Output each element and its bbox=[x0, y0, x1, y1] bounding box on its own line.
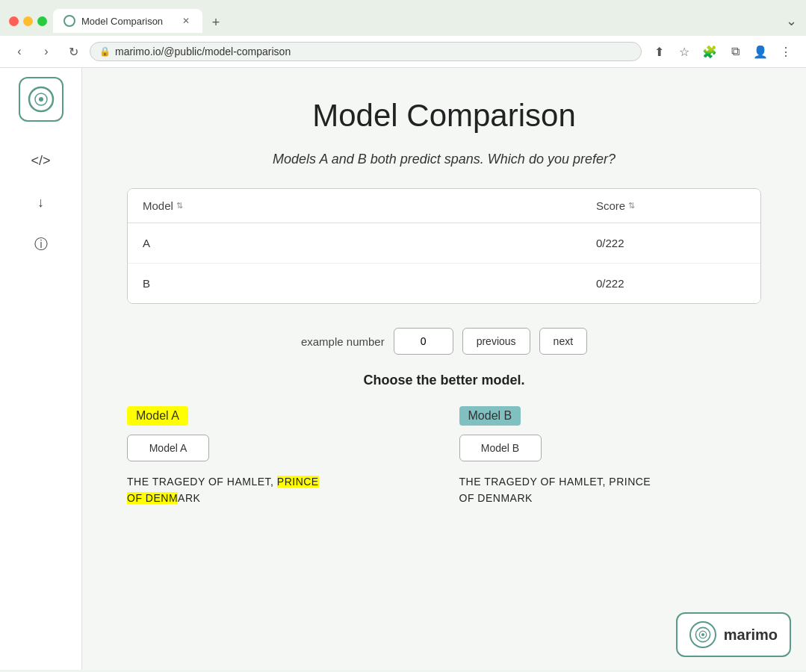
browser-menu-btn[interactable]: ⌄ bbox=[786, 13, 797, 29]
model-b-label: Model B bbox=[459, 406, 521, 426]
score-b-cell: 0/222 bbox=[596, 277, 745, 290]
code-icon: </> bbox=[31, 153, 50, 169]
score-sort-icon: ⇅ bbox=[628, 201, 635, 211]
logo-svg bbox=[26, 84, 56, 114]
marimo-brand: marimo bbox=[724, 626, 778, 644]
models-compare: Model A Model A THE TRAGEDY OF HAMLET, P… bbox=[127, 406, 761, 507]
page-subtitle: Models A and B both predict spans. Which… bbox=[127, 152, 761, 167]
left-sidebar: </> ↓ ⓘ bbox=[0, 68, 82, 670]
url-text: marimo.io/@public/model-comparison bbox=[115, 46, 291, 57]
browser-chrome: Model Comparison ✕ + ⌄ ‹ › ↻ 🔒 marimo.io… bbox=[0, 0, 806, 68]
model-a-text: THE TRAGEDY OF HAMLET, PRINCE OF DENMARK bbox=[127, 473, 430, 507]
page-title: Model Comparison bbox=[127, 98, 761, 134]
new-tab-btn[interactable]: + bbox=[205, 12, 226, 33]
forward-btn[interactable]: › bbox=[36, 41, 57, 62]
next-btn[interactable]: next bbox=[539, 328, 587, 355]
main-layout: </> ↓ ⓘ Model Comparison Models A and B … bbox=[0, 68, 806, 670]
comparison-table: Model ⇅ Score ⇅ A 0/222 B 0/222 bbox=[127, 188, 761, 304]
model-b-text: THE TRAGEDY OF HAMLET, PRINCE OF DENMARK bbox=[459, 473, 762, 507]
score-a-cell: 0/222 bbox=[596, 237, 745, 249]
split-view-btn[interactable]: ⧉ bbox=[724, 40, 746, 63]
vote-model-a-btn[interactable]: Model A bbox=[127, 435, 209, 461]
traffic-lights bbox=[9, 16, 47, 26]
model-b-column: Model B Model B THE TRAGEDY OF HAMLET, P… bbox=[459, 406, 762, 507]
model-column-header[interactable]: Model ⇅ bbox=[143, 199, 596, 212]
browser-more-btn[interactable]: ⋮ bbox=[775, 40, 797, 63]
traffic-light-yellow[interactable] bbox=[23, 16, 33, 26]
svg-point-5 bbox=[701, 633, 704, 636]
code-icon-btn[interactable]: </> bbox=[23, 143, 59, 178]
download-icon: ↓ bbox=[37, 195, 44, 211]
tab-close-btn[interactable]: ✕ bbox=[180, 15, 192, 27]
app-logo bbox=[19, 77, 63, 122]
download-icon-btn[interactable]: ↓ bbox=[23, 184, 59, 220]
address-bar[interactable]: 🔒 marimo.io/@public/model-comparison bbox=[90, 42, 642, 61]
info-icon: ⓘ bbox=[34, 235, 48, 253]
table-row: A 0/222 bbox=[128, 223, 760, 264]
previous-btn[interactable]: previous bbox=[462, 328, 530, 355]
bookmark-btn[interactable]: ☆ bbox=[673, 40, 695, 63]
model-b-cell: B bbox=[143, 277, 596, 290]
example-label: example number bbox=[301, 335, 385, 348]
example-number-input[interactable] bbox=[394, 328, 453, 355]
marimo-watermark-icon bbox=[689, 621, 716, 648]
content-area: Model Comparison Models A and B both pre… bbox=[82, 68, 806, 670]
model-a-highlight-prince: PRINCE bbox=[277, 476, 319, 488]
model-a-label: Model A bbox=[127, 406, 188, 426]
tab-title: Model Comparison bbox=[81, 16, 163, 27]
vote-model-b-btn[interactable]: Model B bbox=[459, 435, 542, 461]
marimo-watermark: marimo bbox=[676, 612, 791, 657]
traffic-light-green[interactable] bbox=[37, 16, 47, 26]
browser-tab[interactable]: Model Comparison ✕ bbox=[53, 9, 202, 33]
browser-titlebar: Model Comparison ✕ + ⌄ bbox=[0, 0, 806, 36]
controls-row: example number previous next bbox=[127, 328, 761, 355]
model-a-column: Model A Model A THE TRAGEDY OF HAMLET, P… bbox=[127, 406, 430, 507]
extensions-btn[interactable]: 🧩 bbox=[698, 40, 721, 63]
tab-favicon bbox=[63, 15, 75, 27]
table-header: Model ⇅ Score ⇅ bbox=[128, 189, 760, 223]
score-column-header[interactable]: Score ⇅ bbox=[596, 199, 745, 212]
model-sort-icon: ⇅ bbox=[176, 201, 183, 211]
traffic-light-red[interactable] bbox=[9, 16, 19, 26]
browser-toolbar: ‹ › ↻ 🔒 marimo.io/@public/model-comparis… bbox=[0, 36, 806, 68]
lock-icon: 🔒 bbox=[99, 46, 111, 57]
profile-btn[interactable]: 👤 bbox=[749, 40, 772, 63]
model-a-cell: A bbox=[143, 237, 596, 249]
model-a-highlight-of-denm: OF DENM bbox=[127, 492, 178, 504]
svg-point-2 bbox=[39, 97, 43, 102]
marimo-logo-svg bbox=[694, 626, 712, 644]
refresh-btn[interactable]: ↻ bbox=[63, 41, 84, 62]
table-row: B 0/222 bbox=[128, 264, 760, 303]
back-btn[interactable]: ‹ bbox=[9, 41, 30, 62]
toolbar-actions: ⬆ ☆ 🧩 ⧉ 👤 ⋮ bbox=[648, 40, 797, 63]
share-btn[interactable]: ⬆ bbox=[648, 40, 670, 63]
info-icon-btn[interactable]: ⓘ bbox=[23, 226, 59, 262]
choose-title: Choose the better model. bbox=[127, 373, 761, 388]
